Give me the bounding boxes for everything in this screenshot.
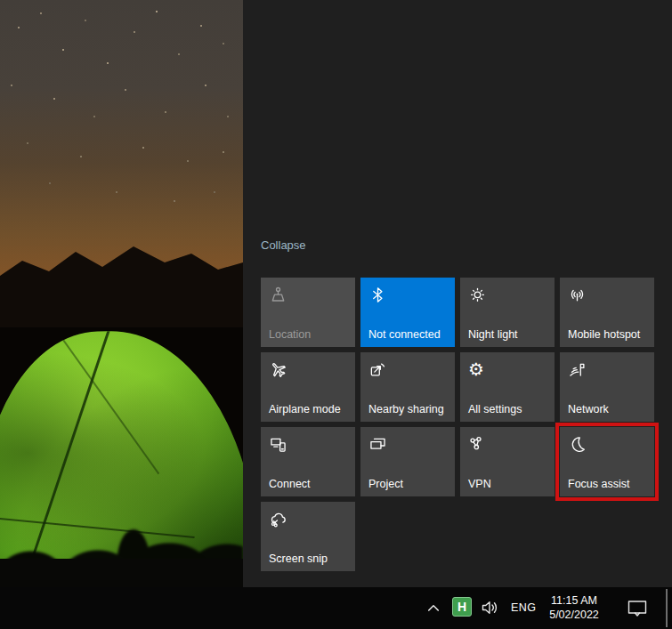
- collapse-link[interactable]: Collapse: [261, 238, 306, 252]
- clock-time: 11:15 AM: [536, 593, 612, 608]
- language-indicator[interactable]: ENG: [511, 601, 537, 614]
- location-tile[interactable]: Location: [261, 278, 355, 347]
- action-center-panel: Collapse LocationNot connectedNight ligh…: [243, 0, 672, 629]
- connect-icon: [269, 435, 287, 454]
- mobile-hotspot-icon: [568, 286, 587, 304]
- chevron-up-icon[interactable]: [425, 601, 441, 614]
- night-light-icon: [468, 286, 487, 304]
- tile-label: Focus assist: [568, 478, 629, 490]
- volume-icon[interactable]: [481, 599, 500, 617]
- tile-label: Not connected: [368, 328, 441, 341]
- wallpaper-stars: [0, 0, 2, 2]
- tile-label: Mobile hotspot: [568, 328, 640, 341]
- tile-label: Project: [368, 478, 403, 490]
- tile-label: Night light: [468, 328, 518, 341]
- tile-label: Nearby sharing: [368, 403, 444, 415]
- focus-assist-tile[interactable]: Focus assist: [560, 427, 654, 496]
- night-light-tile[interactable]: Night light: [460, 278, 555, 347]
- tent-pole-seam-left: [54, 328, 159, 474]
- vpn-tile[interactable]: VPN: [460, 427, 555, 496]
- screen-snip-tile[interactable]: Screen snip: [261, 502, 355, 571]
- project-icon: [368, 435, 387, 454]
- action-center-icon[interactable]: [625, 598, 650, 619]
- tile-label: Connect: [269, 478, 311, 490]
- network-tile[interactable]: Network: [560, 352, 654, 422]
- location-icon: [269, 286, 287, 304]
- nearby-sharing-icon: [368, 360, 387, 379]
- windows-desktop: { "desktop": { "wallpaper_alt": "night s…: [0, 0, 672, 629]
- taskbar-clock[interactable]: 11:15 AM 5/02/2022: [536, 593, 612, 622]
- tile-label: VPN: [468, 478, 491, 490]
- taskbar: H ENG 11:15 AM 5/02/2022: [0, 587, 672, 629]
- nearby-sharing-tile[interactable]: Nearby sharing: [360, 352, 455, 422]
- screen-snip-icon: [269, 510, 287, 528]
- vpn-icon: [468, 435, 487, 454]
- network-icon: [568, 360, 587, 379]
- tile-label: Location: [269, 328, 311, 341]
- tray-app-letter: H: [457, 600, 466, 614]
- clock-date: 5/02/2022: [536, 608, 612, 622]
- tile-label: All settings: [468, 403, 522, 415]
- bluetooth-icon: [368, 286, 387, 304]
- show-desktop-divider: [666, 589, 668, 627]
- connect-tile[interactable]: Connect: [261, 427, 355, 496]
- tile-label: Network: [568, 403, 609, 415]
- project-tile[interactable]: Project: [360, 427, 455, 496]
- airplane-tile[interactable]: Airplane mode: [261, 352, 355, 422]
- tile-label: Airplane mode: [269, 403, 341, 415]
- h-app-icon[interactable]: H: [452, 597, 472, 617]
- quick-actions-grid: LocationNot connectedNight lightMobile h…: [261, 278, 654, 571]
- settings-gear-icon: ⚙: [468, 360, 487, 379]
- tile-label: Screen snip: [269, 552, 328, 565]
- settings-gear-tile[interactable]: ⚙All settings: [460, 352, 555, 422]
- desktop-wallpaper: [0, 0, 243, 629]
- focus-assist-icon: [568, 435, 587, 454]
- airplane-icon: [269, 360, 287, 379]
- bluetooth-tile[interactable]: Not connected: [360, 278, 455, 347]
- mobile-hotspot-tile[interactable]: Mobile hotspot: [560, 278, 654, 347]
